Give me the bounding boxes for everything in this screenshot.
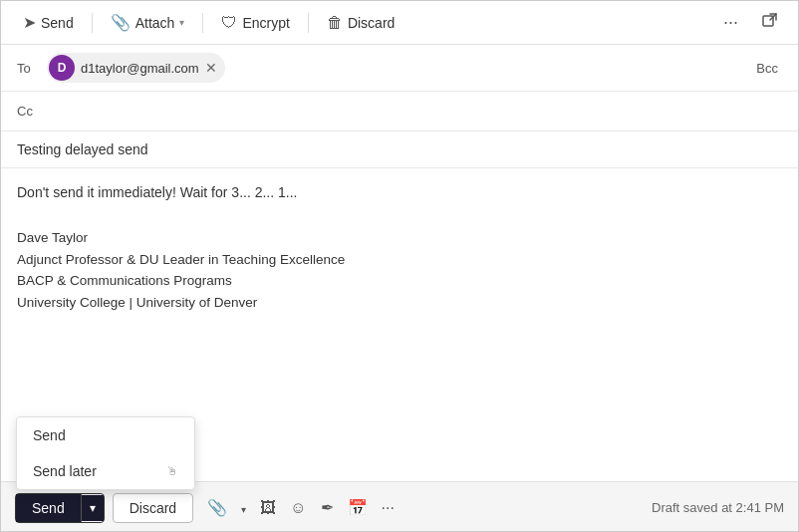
image-button[interactable]: 🖼 (254, 494, 282, 522)
recipient-chip[interactable]: D d1taylor@gmail.com ✕ (47, 53, 225, 83)
to-label: To (17, 61, 47, 76)
attach-chevron-icon: ▾ (179, 17, 184, 28)
emoji-icon: ☺ (290, 499, 306, 516)
schedule-button[interactable]: 📅 (342, 493, 374, 522)
cc-field: Cc (1, 92, 798, 132)
attach-toolbar-button[interactable]: 📎 Attach ▾ (101, 8, 195, 37)
formatting-icons: 📎 ▾ 🖼 ☺ ✒ 📅 ··· (201, 493, 400, 522)
send-main-button[interactable]: Send (16, 494, 82, 522)
emoji-button[interactable]: ☺ (284, 494, 312, 522)
toolbar-sep-3 (308, 13, 309, 33)
compose-area: To D d1taylor@gmail.com ✕ Bcc Cc Testing… (1, 45, 798, 532)
send-dropdown-menu: Send Send later 🖱 (16, 416, 195, 490)
body-main-text: Don't send it immediately! Wait for 3...… (17, 182, 782, 203)
more-icon: ··· (723, 12, 738, 32)
send-button-group: Send Send later 🖱 Send ▾ (15, 493, 105, 523)
send-toolbar-label: Send (41, 15, 74, 31)
send-icon: ➤ (23, 13, 36, 32)
more-bottom-icon: ··· (382, 499, 395, 516)
cursor-indicator: 🖱 (166, 464, 178, 478)
send-toolbar-button[interactable]: ➤ Send (13, 8, 84, 37)
discard-icon: 🗑 (327, 14, 343, 32)
toolbar-sep-2 (202, 13, 203, 33)
signature-icon: ✒ (321, 499, 334, 516)
toolbar-sep-1 (92, 13, 93, 33)
encrypt-toolbar-button[interactable]: 🛡 Encrypt (211, 9, 299, 37)
dropdown-send-later-item[interactable]: Send later 🖱 (17, 453, 194, 489)
popout-icon (762, 16, 778, 32)
bcc-button[interactable]: Bcc (752, 59, 782, 78)
recipient-email: d1taylor@gmail.com (81, 61, 199, 76)
attach-toolbar-label: Attach (135, 15, 175, 31)
discard-bottom-button[interactable]: Discard (113, 493, 193, 523)
dropdown-send-item[interactable]: Send (17, 417, 194, 453)
avatar: D (49, 55, 75, 81)
draft-status: Draft saved at 2:41 PM (652, 500, 784, 515)
email-signature: Dave Taylor Adjunct Professor & DU Leade… (17, 227, 782, 313)
signature-dept: BACP & Communications Programs (17, 270, 782, 292)
attach-bottom-icon: 📎 (207, 499, 227, 516)
subject-text: Testing delayed send (17, 141, 148, 157)
attach-dropdown-button[interactable]: ▾ (235, 494, 252, 522)
encrypt-icon: 🛡 (221, 14, 237, 32)
attach-icon: 📎 (111, 13, 131, 32)
cc-label: Cc (17, 104, 47, 119)
image-icon: 🖼 (260, 499, 276, 516)
popout-button[interactable] (754, 8, 786, 37)
more-bottom-button[interactable]: ··· (376, 494, 400, 522)
chevron-down-icon: ▾ (90, 501, 96, 515)
signature-title: Adjunct Professor & DU Leader in Teachin… (17, 249, 782, 271)
to-field: To D d1taylor@gmail.com ✕ Bcc (1, 45, 798, 92)
subject-field: Testing delayed send (1, 132, 798, 168)
remove-recipient-button[interactable]: ✕ (205, 61, 217, 75)
schedule-icon: 📅 (348, 499, 368, 516)
signature-name: Dave Taylor (17, 227, 782, 249)
send-dropdown-toggle[interactable]: ▾ (82, 495, 104, 521)
more-toolbar-button[interactable]: ··· (715, 7, 746, 38)
signature-button[interactable]: ✒ (315, 493, 340, 522)
to-recipients: D d1taylor@gmail.com ✕ (47, 53, 752, 83)
attach-dropdown-icon: ▾ (241, 504, 246, 515)
attach-bottom-button[interactable]: 📎 (201, 493, 233, 522)
signature-college: University College | University of Denve… (17, 292, 782, 314)
discard-toolbar-button[interactable]: 🗑 Discard (317, 9, 404, 37)
encrypt-toolbar-label: Encrypt (242, 15, 289, 31)
top-toolbar: ➤ Send 📎 Attach ▾ 🛡 Encrypt 🗑 Discard ··… (1, 1, 798, 45)
bottom-toolbar: Send Send later 🖱 Send ▾ Discard 📎 (1, 481, 798, 532)
discard-toolbar-label: Discard (348, 15, 395, 31)
